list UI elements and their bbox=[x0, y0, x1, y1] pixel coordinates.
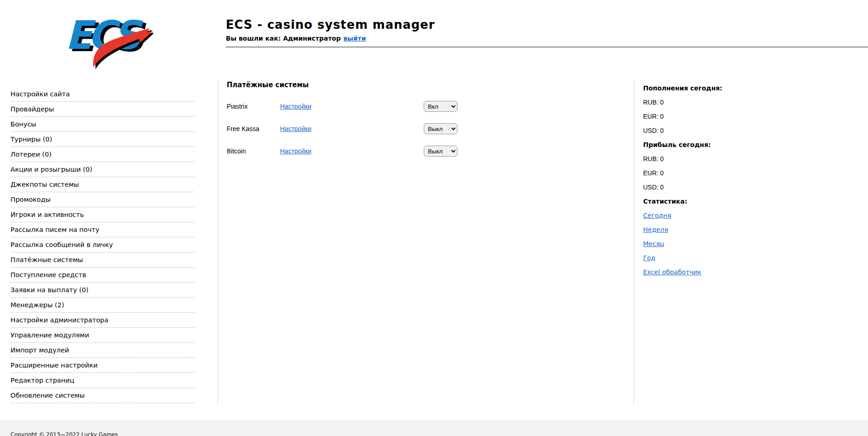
payment-name: Bitcoin bbox=[227, 147, 280, 155]
payment-state-select[interactable]: Выкл bbox=[424, 123, 457, 134]
page-title: ECS - casino system manager bbox=[226, 17, 435, 32]
stats-panel: Пополнения сегодня: RUB: 0EUR: 0USD: 0 П… bbox=[643, 84, 858, 282]
copyright-text: Copyright © 2013—2022 Lucky Games bbox=[10, 431, 118, 436]
ecs-logo-image: ECS ECS bbox=[64, 7, 153, 69]
sidebar-menu: Настройки сайтаПровайдерыБонусыТурниры (… bbox=[10, 87, 195, 403]
divider-main-stats bbox=[634, 80, 634, 405]
payment-row-piastrix: Piastrix Настройки Вкл bbox=[227, 101, 619, 112]
sidebar-menu-item[interactable]: Заявки на выплату (0) bbox=[10, 283, 195, 298]
login-status-text: Вы вошли как: Администратор bbox=[226, 35, 341, 42]
deposit-value: USD: 0 bbox=[643, 126, 858, 135]
profit-heading: Прибыль сегодня: bbox=[643, 141, 858, 149]
login-status: Вы вошли как: Администраторвыйти bbox=[226, 35, 435, 42]
payment-state-select[interactable]: Вкл bbox=[424, 101, 457, 112]
payment-row-freekassa: Free Kassa Настройки Выкл bbox=[227, 123, 619, 134]
statistics-heading: Статистика: bbox=[643, 197, 858, 206]
statistics-period-link[interactable]: Excel обработчик bbox=[643, 268, 701, 277]
sidebar-menu-item[interactable]: Акции и розыгрыши (0) bbox=[10, 162, 195, 177]
profit-value: USD: 0 bbox=[643, 183, 858, 192]
statistics-period-link[interactable]: Год bbox=[643, 254, 655, 263]
profit-lines: RUB: 0EUR: 0USD: 0 bbox=[643, 155, 858, 192]
sidebar-menu-item[interactable]: Игроки и активность bbox=[10, 207, 195, 222]
statistics-links: СегодняНеделяМесяцГодExcel обработчик bbox=[643, 211, 858, 282]
payment-settings-link[interactable]: Настройки bbox=[280, 147, 312, 155]
sidebar-menu-item[interactable]: Управление модулями bbox=[10, 328, 195, 343]
ecs-logo[interactable]: ECS ECS bbox=[64, 7, 153, 69]
header-divider bbox=[226, 47, 868, 47]
section-heading: Платёжные системы bbox=[227, 81, 619, 89]
statistics-period-link[interactable]: Неделя bbox=[643, 226, 668, 234]
footer: Copyright © 2013—2022 Lucky Games bbox=[0, 420, 868, 436]
deposit-value: EUR: 0 bbox=[643, 112, 858, 121]
sidebar-menu-item[interactable]: Настройки администратора bbox=[10, 313, 195, 328]
logout-link[interactable]: выйти bbox=[343, 35, 366, 42]
statistics-period-link[interactable]: Сегодня bbox=[643, 211, 671, 220]
sidebar-menu-item[interactable]: Настройки сайта bbox=[10, 87, 195, 102]
deposits-lines: RUB: 0EUR: 0USD: 0 bbox=[643, 98, 858, 135]
sidebar-menu-item[interactable]: Платёжные системы bbox=[10, 252, 195, 268]
deposits-heading: Пополнения сегодня: bbox=[643, 84, 858, 93]
profit-value: RUB: 0 bbox=[643, 155, 858, 163]
payment-settings-link[interactable]: Настройки bbox=[280, 125, 312, 132]
admin-page: ECS ECS ECS - casino system manager Вы в… bbox=[0, 0, 868, 436]
header-title-block: ECS - casino system manager Вы вошли как… bbox=[226, 17, 435, 42]
sidebar-menu-item[interactable]: Провайдеры bbox=[10, 102, 195, 117]
sidebar-menu-item[interactable]: Рассылка писем на почту bbox=[10, 222, 195, 237]
sidebar-menu-item[interactable]: Джекпоты системы bbox=[10, 177, 195, 192]
sidebar-menu-item[interactable]: Поступление средств bbox=[10, 268, 195, 283]
sidebar-menu-item[interactable]: Расширенные настройки bbox=[10, 358, 195, 373]
sidebar-menu-item[interactable]: Промокоды bbox=[10, 192, 195, 207]
payment-name: Piastrix bbox=[227, 103, 280, 110]
sidebar-menu-item[interactable]: Бонусы bbox=[10, 117, 195, 132]
payment-state-select[interactable]: Выкл bbox=[424, 146, 457, 157]
sidebar-menu-item[interactable]: Обновление системы bbox=[10, 388, 195, 403]
profit-value: EUR: 0 bbox=[643, 169, 858, 178]
sidebar-menu-item[interactable]: Лотереи (0) bbox=[10, 147, 195, 162]
statistics-period-link[interactable]: Месяц bbox=[643, 240, 664, 248]
payment-name: Free Kassa bbox=[227, 125, 280, 132]
deposit-value: RUB: 0 bbox=[643, 98, 858, 107]
sidebar-menu-item[interactable]: Турниры (0) bbox=[10, 132, 195, 147]
payment-systems-section: Платёжные системы Piastrix Настройки Вкл… bbox=[227, 81, 619, 168]
sidebar-menu-item[interactable]: Импорт модулей bbox=[10, 343, 195, 358]
divider-sidebar-main bbox=[218, 80, 218, 405]
sidebar-menu-item[interactable]: Редактор страниц bbox=[10, 373, 195, 388]
sidebar-menu-item[interactable]: Менеджеры (2) bbox=[10, 298, 195, 313]
payment-settings-link[interactable]: Настройки bbox=[280, 103, 312, 110]
payment-row-bitcoin: Bitcoin Настройки Выкл bbox=[227, 146, 619, 157]
sidebar-menu-item[interactable]: Рассылка сообщений в личку bbox=[10, 237, 195, 252]
